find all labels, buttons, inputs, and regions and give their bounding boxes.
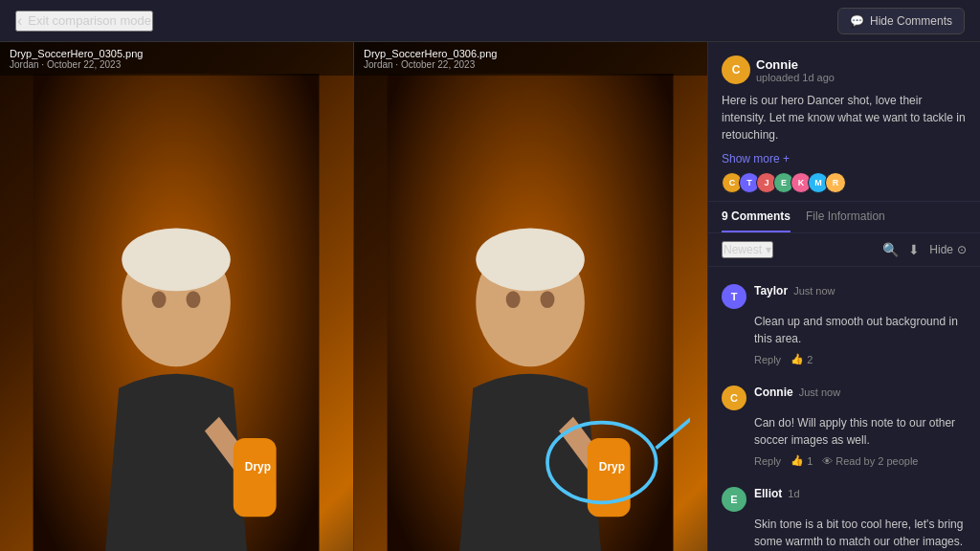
speech-bubble-icon: 💬 — [850, 14, 864, 28]
top-bar: ‹ Exit comparison mode 💬 Hide Comments — [0, 0, 980, 42]
connie-time: Just now — [799, 386, 840, 398]
sort-label: Newest — [724, 243, 762, 256]
svg-rect-10 — [588, 438, 631, 517]
show-more-button[interactable]: Show more + — [722, 152, 790, 165]
elliot-author-row: Elliot 1d — [754, 487, 800, 500]
svg-rect-2 — [234, 438, 277, 517]
taylor-name: Taylor — [754, 284, 788, 298]
elliot-name: Elliot — [754, 487, 782, 500]
post-upload-time: uploaded 1d ago — [756, 72, 835, 83]
taylor-comment-text: Clean up and smooth out background in th… — [754, 313, 967, 347]
post-author-line: C Connie uploaded 1d ago — [722, 55, 967, 84]
image-panels: Dryp_SoccerHero_0305.png Jordan · Octobe… — [0, 42, 707, 551]
post-header: C Connie uploaded 1d ago Here is our her… — [708, 42, 980, 202]
left-filename: Dryp_SoccerHero_0305.png — [10, 48, 344, 59]
connie-read-label: Read by 2 people — [835, 455, 918, 467]
top-bar-left: ‹ Exit comparison mode — [15, 11, 153, 32]
elliot-avatar: E — [722, 487, 746, 512]
comment-item-taylor: T Taylor Just now Clean up and smooth ou… — [708, 275, 980, 376]
svg-text:Dryp: Dryp — [599, 461, 625, 474]
taylor-time: Just now — [793, 285, 835, 297]
taylor-author-info: Taylor Just now — [754, 284, 835, 298]
taylor-author-row: Taylor Just now — [754, 284, 835, 298]
tab-file-information[interactable]: File Information — [806, 202, 885, 232]
left-image-panel[interactable]: Dryp_SoccerHero_0305.png Jordan · Octobe… — [0, 42, 354, 551]
post-author-info: Connie uploaded 1d ago — [756, 57, 835, 83]
taylor-comment-actions: Reply 👍 2 — [754, 353, 967, 365]
svg-text:Dryp: Dryp — [245, 461, 271, 474]
taylor-like-button[interactable]: 👍 2 — [791, 353, 813, 365]
comment-item-elliot: E Elliot 1d Skin tone is a bit too cool … — [708, 477, 980, 551]
sort-button[interactable]: Newest ▾ — [722, 241, 773, 258]
thumbs-up-icon: 👍 — [791, 353, 804, 365]
connie-read-button[interactable]: 👁 Read by 2 people — [822, 455, 918, 467]
svg-point-6 — [152, 291, 167, 308]
connie-author-row: Connie Just now — [754, 386, 840, 399]
search-icon-button[interactable]: 🔍 — [882, 242, 899, 257]
connie-name: Connie — [754, 386, 793, 399]
elliot-author-info: Elliot 1d — [754, 487, 800, 500]
exit-comparison-button[interactable]: ‹ Exit comparison mode — [15, 11, 153, 32]
read-icon: 👁 — [822, 455, 833, 467]
post-author-name: Connie — [756, 57, 835, 72]
right-photo: Dryp — [354, 42, 707, 551]
chevron-down-icon: ▾ — [766, 243, 771, 256]
svg-point-14 — [506, 291, 521, 308]
connie-reply-button[interactable]: Reply — [754, 455, 781, 467]
hide-label: Hide — [929, 243, 953, 256]
connie-like-count: 1 — [807, 455, 813, 467]
back-arrow-icon: ‹ — [17, 12, 22, 30]
comment-toolbar-icons: 🔍 ⬇ Hide ⊙ — [882, 242, 967, 257]
main-content: Dryp_SoccerHero_0305.png Jordan · Octobe… — [0, 42, 980, 551]
left-meta: Jordan · October 22, 2023 — [10, 59, 344, 70]
right-filename: Dryp_SoccerHero_0306.png — [364, 48, 698, 59]
elliot-comment-text: Skin tone is a bit too cool here, let's … — [754, 516, 967, 550]
connie-author-info: Connie Just now — [754, 386, 840, 399]
left-person-svg: Dryp — [17, 74, 335, 551]
left-photo: Dryp — [0, 42, 353, 551]
post-author-initial: C — [732, 63, 741, 77]
hide-comments-label: Hide Comments — [870, 14, 952, 28]
svg-point-15 — [541, 291, 555, 308]
post-author-avatar: C — [722, 55, 750, 84]
comments-tabs: 9 Comments File Information — [708, 202, 980, 233]
viewer-avatars: C T J E K M R — [722, 172, 967, 193]
hide-circle-icon: ⊙ — [957, 243, 967, 256]
comments-list: T Taylor Just now Clean up and smooth ou… — [708, 267, 980, 551]
svg-point-13 — [477, 229, 586, 292]
svg-point-7 — [187, 291, 201, 308]
right-image-panel[interactable]: Dryp_SoccerHero_0306.png Jordan · Octobe… — [354, 42, 707, 551]
download-icon-button[interactable]: ⬇ — [908, 242, 920, 257]
taylor-like-count: 2 — [807, 354, 813, 365]
comments-toolbar-row: Newest ▾ 🔍 ⬇ Hide ⊙ — [708, 233, 980, 267]
connie-comment-text: Can do! Will apply this note to our othe… — [754, 414, 967, 449]
right-panel-header: Dryp_SoccerHero_0306.png Jordan · Octobe… — [354, 42, 707, 76]
svg-point-5 — [122, 229, 232, 292]
exit-label: Exit comparison mode — [28, 13, 151, 28]
hide-comments-button[interactable]: 💬 Hide Comments — [837, 8, 965, 34]
comment-header-connie: C Connie Just now — [722, 386, 967, 410]
connie-like-button[interactable]: 👍 1 — [791, 454, 813, 467]
right-person-svg: Dryp — [371, 74, 689, 551]
comment-header-elliot: E Elliot 1d — [722, 487, 967, 512]
taylor-reply-button[interactable]: Reply — [754, 354, 781, 365]
comparison-area: Dryp_SoccerHero_0305.png Jordan · Octobe… — [0, 42, 707, 551]
connie-comment-actions: Reply 👍 1 👁 Read by 2 people — [754, 454, 967, 467]
hide-button[interactable]: Hide ⊙ — [929, 243, 967, 256]
comment-item-connie: C Connie Just now Can do! Will apply thi… — [708, 376, 980, 477]
tab-comments[interactable]: 9 Comments — [722, 202, 791, 232]
comments-sidebar: C Connie uploaded 1d ago Here is our her… — [707, 42, 980, 551]
connie-avatar: C — [722, 386, 746, 410]
taylor-avatar: T — [722, 284, 746, 309]
viewer-avatar: R — [825, 172, 846, 193]
comment-header-taylor: T Taylor Just now — [722, 284, 967, 309]
post-body-text: Here is our hero Dancer shot, love their… — [722, 92, 967, 143]
right-meta: Jordan · October 22, 2023 — [364, 59, 698, 70]
elliot-time: 1d — [788, 488, 799, 499]
thumbs-up-icon: 👍 — [791, 454, 804, 467]
left-panel-header: Dryp_SoccerHero_0305.png Jordan · Octobe… — [0, 42, 353, 76]
